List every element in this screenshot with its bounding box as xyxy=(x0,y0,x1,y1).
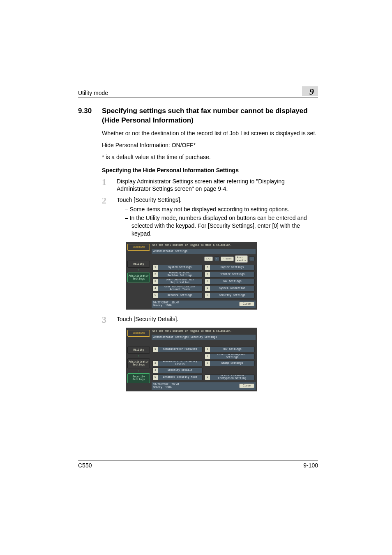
instruction-text: Use the menu buttons or keypad to make a… xyxy=(152,330,256,333)
breadcrumb-arrow-icon: ↑ xyxy=(127,370,150,372)
menu-fax-settings[interactable]: 8Fax Settings xyxy=(205,279,255,284)
screenshot-security-settings: Bookmark Utility ↑ Administrator Setting… xyxy=(126,328,257,391)
step-number: 1 xyxy=(102,178,109,193)
breadcrumb-arrow-icon: ↑ xyxy=(127,355,150,357)
menu-hdd-settings[interactable]: 6HDD Settings xyxy=(205,347,255,352)
menu-admin-machine-settings[interactable]: 2Administrator/ Machine Settings xyxy=(152,272,203,278)
sidebar-item-utility[interactable]: Utility xyxy=(127,347,150,354)
nav-up-button[interactable]: ↑ xyxy=(214,257,220,261)
menu-one-touch-userbox[interactable]: 3One-Touch/User Box Registration xyxy=(152,279,203,284)
sidebar-item-utility[interactable]: Utility xyxy=(127,261,150,268)
step-number: 2 xyxy=(102,196,109,238)
screen-title: Administrator Settings xyxy=(152,249,256,254)
nav-down-button[interactable]: ↓ xyxy=(249,257,255,261)
menu-copier-settings[interactable]: 6Copier Settings xyxy=(205,265,255,271)
section-heading: 9.30 Specifying settings such that fax n… xyxy=(78,106,318,125)
menu-admin-password[interactable]: 1Administrator Password xyxy=(152,347,203,352)
running-header: Utility mode xyxy=(78,90,108,96)
step-number: 3 xyxy=(102,315,109,324)
menu-enhanced-security-mode[interactable]: 5Enhanced Security Mode xyxy=(152,375,203,380)
close-button[interactable]: Close xyxy=(239,302,254,306)
menu-user-auth-account-track[interactable]: 4User Authentication/ Account Track xyxy=(152,286,203,291)
close-button[interactable]: Close xyxy=(239,384,254,388)
nav-back-button[interactable]: ← Back xyxy=(221,257,234,261)
step-text: Display Administrator Settings screen af… xyxy=(117,178,318,193)
page-indicator: 1/2 xyxy=(204,257,213,261)
body-paragraph: Hide Personal Information: ON/OFF* xyxy=(102,141,318,149)
nav-forward-button[interactable]: For- ward → xyxy=(235,255,248,263)
menu-system-settings[interactable]: 1System Settings xyxy=(152,265,203,271)
bookmark-button[interactable]: Bookmark xyxy=(127,330,150,337)
sidebar-item-security-settings[interactable]: Security Settings xyxy=(127,373,150,383)
body-paragraph: * is a default value at the time of purc… xyxy=(102,153,318,161)
menu-security-details[interactable]: 4Security Details xyxy=(152,368,203,373)
menu-security-settings[interactable]: 0Security Settings xyxy=(205,293,255,298)
status-datetime: 09/27/2007 15:44 Memory 100% xyxy=(153,301,179,307)
footer-model: C550 xyxy=(78,462,92,469)
footer-page-number: 9-100 xyxy=(303,462,318,469)
header-rule xyxy=(78,97,318,97)
sub-heading: Specifying the Hide Personal Information… xyxy=(102,167,318,173)
menu-driver-password-encryption[interactable]: 0Driver Password Encryption Setting xyxy=(205,375,255,380)
menu-network-settings[interactable]: 5Network Settings xyxy=(152,293,203,298)
bookmark-button[interactable]: Bookmark xyxy=(127,244,150,251)
section-title-text: Specifying settings such that fax number… xyxy=(102,106,318,125)
menu-printer-settings[interactable]: 7Printer Settings xyxy=(205,272,255,278)
screenshot-admin-settings: Bookmark Utility ↑ Administrator Setting… xyxy=(126,242,257,310)
section-number: 9.30 xyxy=(78,106,96,125)
menu-function-management[interactable]: 7Function Management Settings xyxy=(205,354,255,359)
step-text: Touch [Security Settings]. xyxy=(117,196,318,204)
step-text: Touch [Security Details]. xyxy=(117,315,318,324)
menu-system-connection[interactable]: 9System Connection xyxy=(205,286,255,291)
menu-stamp-settings[interactable]: 8Stamp Settings xyxy=(205,361,255,366)
screen-title: Administrator Settings> Security Setting… xyxy=(152,335,256,340)
menu-admin-security-levels[interactable]: 3Administrator Security Levels xyxy=(152,361,203,366)
step-bullet: Some items may not be displayed accordin… xyxy=(125,206,318,213)
footer-rule xyxy=(78,460,318,460)
status-datetime: 03/29/2007 20:41 Memory 100% xyxy=(153,383,179,389)
body-paragraph: Whether or not the destination of the re… xyxy=(102,130,318,137)
instruction-text: Use the menu buttons or keypad to make a… xyxy=(152,244,256,247)
sidebar-item-admin-settings[interactable]: Administrator Settings xyxy=(127,273,150,282)
chapter-number-box: 9 xyxy=(302,86,318,96)
breadcrumb-arrow-icon: ↑ xyxy=(127,269,150,271)
step-bullet: In the Utility mode, numbers displayed o… xyxy=(125,214,318,238)
sidebar-item-admin-settings[interactable]: Administrator Settings xyxy=(127,358,150,368)
